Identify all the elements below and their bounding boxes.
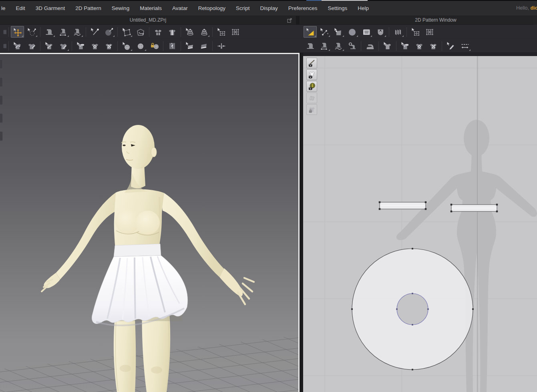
hem-tool[interactable] bbox=[183, 40, 196, 52]
sewing-machine-tool[interactable] bbox=[42, 26, 56, 38]
unfold-tool[interactable] bbox=[134, 26, 147, 38]
free-sewing-tool[interactable] bbox=[70, 26, 84, 38]
menu-item-retopology[interactable]: Retopology bbox=[193, 1, 231, 16]
toggle-show-stitches[interactable] bbox=[306, 58, 317, 68]
avatar-3d-canvas[interactable] bbox=[0, 53, 300, 392]
grid-transform-tool[interactable] bbox=[215, 26, 228, 38]
toolbar-divider bbox=[181, 27, 181, 37]
wind-alt-tool[interactable] bbox=[197, 26, 210, 38]
clipped-edge-tool-2[interactable] bbox=[0, 40, 6, 52]
edit-sewing-tool[interactable] bbox=[11, 40, 24, 52]
stitch-eye-icon bbox=[308, 59, 316, 68]
pattern-waistband-left[interactable] bbox=[379, 201, 427, 210]
grid-tool[interactable] bbox=[229, 26, 242, 38]
texture-tool-2d[interactable] bbox=[412, 40, 426, 52]
free-sewing-tool-2d[interactable] bbox=[332, 40, 345, 52]
shirt-paint-icon bbox=[400, 41, 410, 51]
rotate-select-tool[interactable] bbox=[25, 26, 38, 38]
detect-sewing-tool[interactable] bbox=[346, 40, 359, 52]
shirt-flower-icon bbox=[414, 41, 424, 51]
sewing-machine-icon bbox=[306, 41, 315, 51]
toolbar-divider bbox=[378, 41, 379, 51]
checker-texture-tool-2d[interactable] bbox=[426, 40, 440, 52]
window-tab-bar: Untitled_MD.ZPrj 2D Pattern Window bbox=[0, 16, 537, 25]
paint-fabric-tool-2d[interactable] bbox=[398, 40, 412, 52]
toggle-show-garment[interactable] bbox=[306, 69, 317, 80]
pin-box-tool[interactable] bbox=[102, 26, 115, 38]
menu-item-settings[interactable]: Settings bbox=[323, 1, 353, 16]
toggle-show-info[interactable] bbox=[306, 81, 317, 92]
paint-fabric-tool[interactable] bbox=[74, 40, 87, 52]
pleats-tool[interactable] bbox=[391, 26, 404, 38]
hem-fold-tool[interactable] bbox=[197, 40, 210, 52]
toolbar-divider bbox=[149, 27, 149, 37]
shirt-checker-icon bbox=[428, 41, 438, 51]
drape-garment-tool[interactable] bbox=[165, 26, 179, 38]
viewport-3d[interactable] bbox=[0, 53, 300, 392]
zipper-icon bbox=[167, 41, 177, 51]
move-tool[interactable] bbox=[11, 26, 24, 38]
menu-item-avatar[interactable]: Avatar bbox=[167, 1, 193, 16]
sewing-machine-tool-2d[interactable] bbox=[304, 40, 317, 52]
panel-divider[interactable] bbox=[300, 53, 303, 392]
menu-item-materials[interactable]: Materials bbox=[135, 1, 167, 16]
viewport-2d-pattern[interactable] bbox=[303, 53, 537, 392]
segment-sewing-tool-2d[interactable] bbox=[318, 40, 331, 52]
free-sew-icon bbox=[72, 27, 82, 37]
pattern-waistband-right[interactable] bbox=[451, 204, 498, 213]
grid-transform-tool-2d[interactable] bbox=[409, 26, 422, 38]
toolbar-divider bbox=[117, 27, 118, 37]
menu-item-le[interactable]: le bbox=[0, 1, 11, 16]
dart-tool[interactable] bbox=[374, 26, 387, 38]
tab-2d-pattern-window[interactable]: 2D Pattern Window bbox=[300, 16, 533, 25]
menu-item-2d-pattern[interactable]: 2D Pattern bbox=[70, 1, 107, 16]
texture-tool[interactable] bbox=[88, 40, 101, 52]
pin-tool[interactable] bbox=[88, 26, 101, 38]
zipper-tool[interactable] bbox=[165, 40, 179, 52]
attach-button-tool[interactable] bbox=[148, 40, 161, 52]
segment-sewing-tool[interactable] bbox=[56, 26, 70, 38]
iron-tool[interactable] bbox=[363, 40, 376, 52]
menu-item-help[interactable]: Help bbox=[352, 1, 374, 16]
pleat-fold-tool[interactable] bbox=[215, 40, 228, 52]
free-line-tack-tool[interactable] bbox=[56, 40, 70, 52]
grid-icon bbox=[425, 27, 434, 37]
edit-curve-sewing-tool[interactable] bbox=[25, 40, 38, 52]
checker-texture-tool[interactable] bbox=[102, 40, 115, 52]
menu-item-preferences[interactable]: Preferences bbox=[283, 1, 323, 16]
circle-pattern-tool[interactable] bbox=[346, 26, 359, 38]
button-tool[interactable] bbox=[120, 40, 133, 52]
select-garment-tool[interactable] bbox=[381, 40, 394, 52]
menu-item-edit[interactable]: Edit bbox=[11, 1, 30, 16]
flatten-tool[interactable] bbox=[120, 26, 133, 38]
lock-garment-button[interactable] bbox=[306, 104, 317, 115]
greeting-username[interactable]: dior bbox=[530, 5, 537, 11]
pattern-2d-canvas[interactable] bbox=[303, 53, 537, 392]
rectangle-pattern-tool[interactable] bbox=[360, 26, 373, 38]
wind-tool[interactable] bbox=[183, 26, 196, 38]
line-tack-tool[interactable] bbox=[42, 40, 56, 52]
menu-item-3d-garment[interactable]: 3D Garment bbox=[30, 1, 70, 16]
baseline-tool[interactable] bbox=[458, 40, 471, 52]
toolbar-divider bbox=[181, 41, 181, 51]
menu-item-script[interactable]: Script bbox=[231, 1, 255, 16]
menu-item-display[interactable]: Display bbox=[255, 1, 283, 16]
grid-tool-2d[interactable] bbox=[423, 26, 436, 38]
toolbar-divider bbox=[396, 41, 396, 51]
tab-3d-window[interactable]: Untitled_MD.ZPrj bbox=[0, 16, 300, 25]
menu-item-sewing[interactable]: Sewing bbox=[107, 1, 135, 16]
add-point-tool[interactable] bbox=[332, 26, 345, 38]
popout-window-icon[interactable] bbox=[287, 18, 292, 23]
edit-pattern-tool[interactable] bbox=[318, 26, 331, 38]
shirt-cursor-icon bbox=[383, 41, 392, 51]
fold-arrangement-tool[interactable] bbox=[151, 26, 165, 38]
line-draw-tool[interactable] bbox=[444, 40, 457, 52]
toolbar-divider bbox=[8, 41, 9, 51]
buttonhole-tool[interactable] bbox=[134, 40, 147, 52]
clipped-edge-tool[interactable] bbox=[0, 26, 6, 38]
shirt-curve-icon bbox=[13, 41, 22, 51]
transform-pattern-tool[interactable] bbox=[304, 26, 317, 38]
toolbar-divider bbox=[212, 27, 213, 37]
pattern-skirt-circle[interactable] bbox=[351, 248, 474, 370]
fabric-view-button[interactable] bbox=[306, 92, 317, 103]
